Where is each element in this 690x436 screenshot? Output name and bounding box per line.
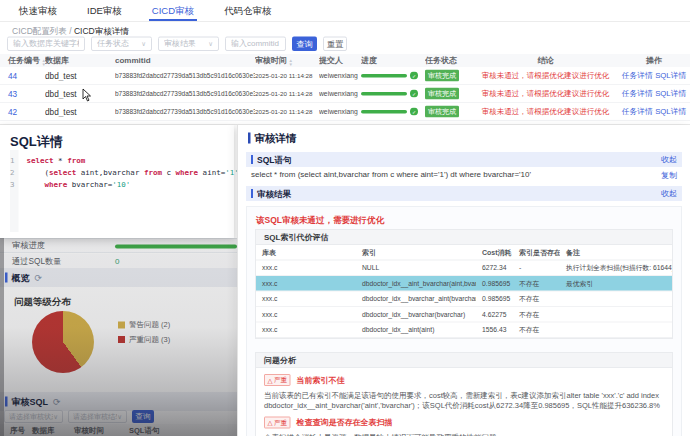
audit-sql-section-header: 审核SQL ⟳ xyxy=(0,392,237,411)
audit-result-select[interactable]: 请选择审核结果∨ xyxy=(68,410,127,423)
search-button[interactable]: 查询 xyxy=(292,37,317,52)
legend-swatch-warning xyxy=(118,321,125,328)
sql-code-block: 1 2 3 select * from (select aint,bvarcha… xyxy=(10,150,234,232)
audit-result-placeholder: 审核结果 xyxy=(164,39,196,50)
cost-row: xxx.cdbdoctor_idx__bvarchar_aint(bvarcha… xyxy=(256,291,672,307)
legend-item: 警告问题 (2) xyxy=(118,320,170,330)
section-pipe xyxy=(251,189,253,198)
col-actions: 操作 xyxy=(618,55,690,66)
commitid-placeholder: 输入commitid xyxy=(231,39,279,50)
section-pipe xyxy=(5,397,8,407)
copy-link[interactable]: 复制 xyxy=(661,170,677,181)
commit-cell: b73883fd2dabcd27739da513db5c91d16c0630e3 xyxy=(115,72,255,80)
db-cell: dbd_test xyxy=(45,89,115,99)
reset-button[interactable]: 重置 xyxy=(323,37,347,52)
sql-detail-link[interactable]: SQL详情 xyxy=(655,89,686,98)
overview-title: 概览 xyxy=(12,272,30,284)
title-pipe xyxy=(248,133,251,144)
db-search-input[interactable]: 输入数据库关键字检索 xyxy=(7,37,85,52)
tab-ide-audit[interactable]: IDE审核 xyxy=(72,0,137,21)
severity-badge: △严重 xyxy=(264,374,291,386)
top-tabbar: 快速审核 IDE审核 CICD审核 代码仓审核 xyxy=(0,0,690,22)
col-commit: commitid xyxy=(115,56,255,65)
sql-detail-link[interactable]: SQL详情 xyxy=(655,107,686,116)
col-db: 数据库 xyxy=(32,425,74,435)
breadcrumb: CICD配置列表 / CICD审核详情 xyxy=(12,25,129,37)
task-id-link[interactable]: 44 xyxy=(0,71,45,81)
task-status-select[interactable]: 任务状态∨ xyxy=(91,37,152,52)
cost-row: xxx.cdbdoctor_idx__bvarchar(bvarchar)4.6… xyxy=(256,307,672,323)
passed-sql-row: 通过SQL数量 0 xyxy=(0,254,237,269)
db-cell: dbd_test xyxy=(45,71,115,81)
breadcrumb-sep: / xyxy=(69,26,71,36)
verdict-text: 该SQL审核未通过，需要进行优化 xyxy=(247,207,681,226)
tab-quick-audit[interactable]: 快速审核 xyxy=(4,0,72,21)
audit-sql-search-button[interactable]: 查询 xyxy=(132,410,154,423)
time-cell: 2025-01-20 11:14:28 xyxy=(255,90,319,97)
submitter-cell: weiwenxiang xyxy=(319,108,361,116)
status-cell: 审核完成 xyxy=(425,88,473,100)
task-status-placeholder: 任务状态 xyxy=(97,39,129,50)
audit-result-placeholder: 请选择审核结果 xyxy=(73,412,117,421)
refresh-icon[interactable]: ⟳ xyxy=(35,272,43,283)
check-circle-icon: ✓ xyxy=(410,90,418,98)
sql-detail-link[interactable]: SQL详情 xyxy=(655,71,686,80)
actions-cell: 任务详情 SQL详情 xyxy=(618,88,690,99)
audit-status-select[interactable]: 请选择审核状态∨ xyxy=(4,410,63,423)
collapse-link[interactable]: 收起 xyxy=(661,188,677,199)
col-task-id[interactable]: 任务编号▲▼ xyxy=(0,55,45,67)
legend-item: 严重问题 (3) xyxy=(118,335,170,345)
task-detail-link[interactable]: 任务详情 xyxy=(622,71,653,80)
db-search-placeholder: 输入数据库关键字检索 xyxy=(13,39,79,50)
overview-section-header: 概览 ⟳ xyxy=(0,268,237,287)
cost-eval-header: SQL索引代价评估 xyxy=(256,230,672,245)
issue-body: 全表扫描会消耗大量资源，数据量较大情况下可能导致严重的性能问题。 xyxy=(264,432,664,436)
chevron-down-icon: ∨ xyxy=(117,413,122,421)
passed-sql-label: 通过SQL数量 xyxy=(12,256,62,267)
actions-cell: 任务详情 SQL详情 xyxy=(618,106,690,117)
progress-cell: ✓ xyxy=(361,90,425,98)
progress-bar xyxy=(361,74,407,78)
tab-cicd-audit[interactable]: CICD审核 xyxy=(137,0,209,21)
tab-repo-audit[interactable]: 代码仓审核 xyxy=(209,0,287,21)
check-circle-icon: ✓ xyxy=(410,108,418,116)
refresh-icon[interactable]: ⟳ xyxy=(53,396,61,407)
task-id-link[interactable]: 42 xyxy=(0,107,45,117)
conclusion-cell: 审核未通过，请根据优化建议进行优化 xyxy=(473,71,618,81)
audit-result-select[interactable]: 审核结果∨ xyxy=(158,37,219,52)
mouse-cursor xyxy=(82,88,92,102)
status-cell: 审核完成 xyxy=(425,106,473,118)
col-status: 任务状态 xyxy=(425,55,473,66)
section-pipe xyxy=(5,273,8,283)
commitid-input[interactable]: 输入commitid xyxy=(225,37,286,52)
audit-sql-filters: 请选择审核状态∨ 请选择审核结果∨ 查询 xyxy=(4,410,154,423)
issue-title: 检查查询是否存在全表扫描 xyxy=(297,417,393,428)
sql-statement-row: select * from (select aint,bvarchar from… xyxy=(246,170,682,181)
cost-row: xxx.cdbdoctor_idx__aint(aint)1556.43不存在 xyxy=(256,322,672,338)
task-detail-link[interactable]: 任务详情 xyxy=(622,107,653,116)
breadcrumb-parent[interactable]: CICD配置列表 xyxy=(12,26,67,36)
issue-analysis-header: 问题分析 xyxy=(256,353,672,368)
collapse-link[interactable]: 收起 xyxy=(661,154,677,165)
status-badge: 审核完成 xyxy=(425,88,459,100)
db-cell: dbd_test xyxy=(45,107,115,117)
task-id-link[interactable]: 43 xyxy=(0,89,45,99)
task-detail-link[interactable]: 任务详情 xyxy=(622,89,653,98)
sql-statement-text: select * from (select aint,bvarchar from… xyxy=(251,170,531,181)
conclusion-cell: 审核未通过，请根据优化建议进行优化 xyxy=(473,89,618,99)
table-row: 42 dbd_test b73883fd2dabcd27739da513db5c… xyxy=(0,103,690,121)
progress-bar xyxy=(361,92,407,96)
audit-result-box: 该SQL审核未通过，需要进行优化 SQL索引代价评估 库表索引Cost消耗索引是… xyxy=(246,206,682,436)
chevron-down-icon: ∨ xyxy=(53,413,58,421)
cost-row: xxx.cNULL6272.34-执行计划全表扫描(扫描行数: 61644) xyxy=(256,260,672,276)
drawer-title: 审核详情 xyxy=(238,125,690,145)
col-time[interactable]: 审核时间▲▼ xyxy=(255,55,319,67)
breadcrumb-current: CICD审核详情 xyxy=(74,26,129,36)
sql-modal-title: SQL详情 xyxy=(0,125,234,151)
chevron-down-icon: ∨ xyxy=(208,40,213,48)
sort-icon[interactable]: ▲▼ xyxy=(289,58,293,66)
audit-progress-label: 审核进度 xyxy=(12,240,45,251)
task-table: 任务编号▲▼ 数据库 commitid 审核时间▲▼ 提交人 进度 任务状态 结… xyxy=(0,54,690,121)
cost-table: 库表索引Cost消耗索引是否存在备注 xxx.cNULL6272.34-执行计划… xyxy=(256,245,672,338)
issue-pie-chart xyxy=(32,311,94,373)
